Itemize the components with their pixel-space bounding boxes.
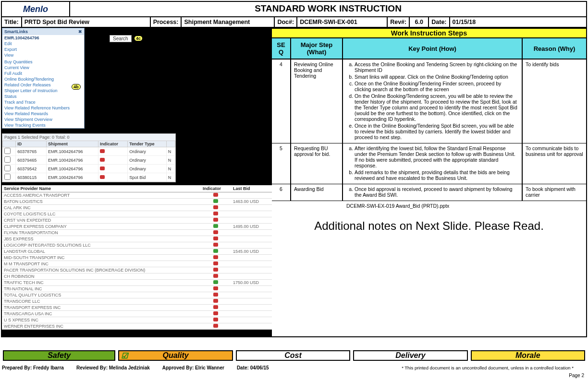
logo-cell: Menlo xyxy=(2,2,70,16)
indicator-icon xyxy=(213,305,218,309)
process-label: Process: xyxy=(151,17,182,27)
smartlink-item[interactable]: Edit xyxy=(2,41,84,47)
table-row: ACCESS AMERICA TRANSPORT xyxy=(2,192,272,199)
row-checkbox[interactable] xyxy=(4,148,11,154)
provider-grid: Service Provider NameIndicatorLast BidAC… xyxy=(2,185,272,330)
indicator-icon xyxy=(213,224,218,228)
table-row: TRAFFIC TECH INC1750.00 USD xyxy=(2,280,272,286)
col-seq: SE Q xyxy=(272,38,291,59)
footer-quality: ☑ Quality xyxy=(118,350,233,361)
smartlink-item[interactable]: View xyxy=(2,52,84,58)
indicator-icon xyxy=(213,249,218,253)
footer-safety: Safety xyxy=(3,350,115,361)
indicator-icon xyxy=(213,261,218,265)
table-row: CLIPPER EXPRESS COMPANY1495.00 USD xyxy=(2,224,272,230)
approval-date: Date: 04/06/15 xyxy=(237,365,269,370)
col-why: Reason (Why) xyxy=(523,38,586,59)
indicator-icon xyxy=(213,243,218,247)
indicator-icon xyxy=(213,318,218,321)
smartlink-item[interactable]: Status xyxy=(2,94,84,99)
ref-doc: DCEMR-SWI-EX-019 Award_Bid (PRTD).pptx xyxy=(272,201,586,211)
indicator-icon xyxy=(213,199,218,203)
process-value: Shipment Management xyxy=(182,17,275,27)
rev-label: Rev#: xyxy=(388,17,410,27)
title-value: PRTD Spot Bid Review xyxy=(22,17,151,27)
indicator-icon xyxy=(213,255,218,259)
table-row: TRANSCORE LLC xyxy=(2,298,272,305)
smartlinks-id: EMR.1004264796 xyxy=(2,35,84,41)
smartlink-item[interactable]: Export xyxy=(2,47,84,52)
indicator-icon xyxy=(213,237,218,240)
table-row: M M TRANSPORT INC xyxy=(2,261,272,267)
smartlink-item[interactable]: View Related Reference Numbers xyxy=(2,105,84,111)
footer-cost: Cost xyxy=(236,350,350,361)
disclaimer: * This printed document is an uncontroll… xyxy=(402,365,574,370)
footer-delivery: Delivery xyxy=(353,350,467,361)
tender-grid: Pages 1 Selected Page: 0 Total: 0 IDShip… xyxy=(2,133,176,182)
table-row: TOTAL QUALITY LOGISTICS xyxy=(2,292,272,298)
indicator-icon xyxy=(213,286,218,290)
table-row: LANDSTAR GLOBAL1545.00 USD xyxy=(2,249,272,255)
table-row: LOGICORP INTEGRATED SOLUTIONS LLC xyxy=(2,242,272,249)
footer-band: + Safety ☑ Quality Cost Delivery Morale xyxy=(1,350,587,361)
smartlink-item[interactable]: View Shipment Overview xyxy=(2,117,84,122)
row-checkbox[interactable] xyxy=(4,156,11,163)
table-row: WERNER ENTERPRISES INC xyxy=(2,323,272,330)
date-label: Date: xyxy=(429,17,450,27)
header-row: Menlo STANDARD WORK INSTRUCTION xyxy=(2,2,586,17)
indicator-icon xyxy=(213,193,218,197)
screenshot-panel: SmartLinks ✖ EMR.1004264796 EditExportVi… xyxy=(2,28,272,336)
callout-4b: 4b xyxy=(72,84,81,90)
indicator-icon xyxy=(213,311,218,315)
table-row[interactable]: 60380115EMR.1004264796Spot BidN xyxy=(3,173,175,182)
table-row: TRANSCARGA USA INC xyxy=(2,311,272,317)
table-row: CAL ARK INC xyxy=(2,205,272,211)
smartlink-item[interactable]: View Related Rewards xyxy=(2,111,84,117)
indicator-icon xyxy=(213,299,218,303)
smartlink-item[interactable]: View Tracking Events xyxy=(2,122,84,128)
footer-morale: Morale xyxy=(471,350,585,361)
check-icon: ☑ xyxy=(121,351,128,360)
table-row: COYOTE LOGISTICS LLC xyxy=(2,211,272,217)
callout-4c: 4c xyxy=(134,36,143,41)
document-frame: Menlo STANDARD WORK INSTRUCTION Title: P… xyxy=(1,1,587,337)
reviewed-by: Reviewed By: Melinda Jedziniak xyxy=(76,365,150,370)
close-icon[interactable]: ✖ xyxy=(78,29,82,34)
table-row[interactable]: 60378765EMR.1004264796OrdinaryN xyxy=(3,147,175,156)
row-checkbox[interactable] xyxy=(4,165,11,171)
table-row: U S XPRESS INC xyxy=(2,317,272,323)
smartlinks-panel: SmartLinks ✖ EMR.1004264796 EditExportVi… xyxy=(2,28,85,129)
table-row[interactable]: 60379465EMR.1004264796OrdinaryN xyxy=(3,156,175,165)
smartlink-item[interactable]: Current View xyxy=(2,65,84,71)
main-title: STANDARD WORK INSTRUCTION xyxy=(70,2,586,16)
table-row: PACER TRANSPORTATION SOLUTIONS INC (BROK… xyxy=(2,267,272,273)
indicator-icon xyxy=(100,175,105,179)
indicator-icon xyxy=(213,230,218,234)
smartlink-item[interactable]: Full Audit xyxy=(2,71,84,76)
meta-row: Title: PRTD Spot Bid Review Process: Shi… xyxy=(2,17,586,28)
indicator-icon xyxy=(213,274,218,278)
indicator-icon xyxy=(213,212,218,215)
smartlink-item[interactable]: Track and Trace xyxy=(2,99,84,105)
smartlink-item[interactable]: Online Booking/Tendering xyxy=(2,76,84,82)
table-row: TRI-NATIONAL INC xyxy=(2,286,272,292)
search-button[interactable]: Search xyxy=(110,35,132,42)
table-row: BATON LOGISTICS1463.00 USD xyxy=(2,199,272,205)
instruction-row: 6Awarding BidOnce bid approval is receiv… xyxy=(272,184,586,201)
table-row: TRANSPORT EXPRESS INC xyxy=(2,305,272,311)
indicator-icon xyxy=(213,324,218,328)
row-checkbox[interactable] xyxy=(4,174,11,180)
logo-text: Menlo xyxy=(23,4,48,14)
table-row[interactable]: 60379542EMR.1004264796OrdinaryN xyxy=(3,165,175,173)
rev-value: 6.0 xyxy=(410,17,429,27)
instruction-body: 4Reviewing Online Booking and TenderingA… xyxy=(272,59,586,201)
instructions-panel: Work Instruction Steps SE Q Major Step (… xyxy=(272,28,586,336)
indicator-icon xyxy=(213,293,218,297)
smartlink-item[interactable]: Buy Quantities xyxy=(2,59,84,65)
page-number: Page 2 xyxy=(569,373,584,378)
indicator-icon xyxy=(213,280,218,284)
indicator-icon xyxy=(100,149,105,153)
table-row: CH ROBINSON xyxy=(2,273,272,280)
prepared-by: Prepared By: Freddy Ibarra xyxy=(2,365,64,370)
grid-toolbar: Pages 1 Selected Page: 0 Total: 0 xyxy=(2,134,175,141)
